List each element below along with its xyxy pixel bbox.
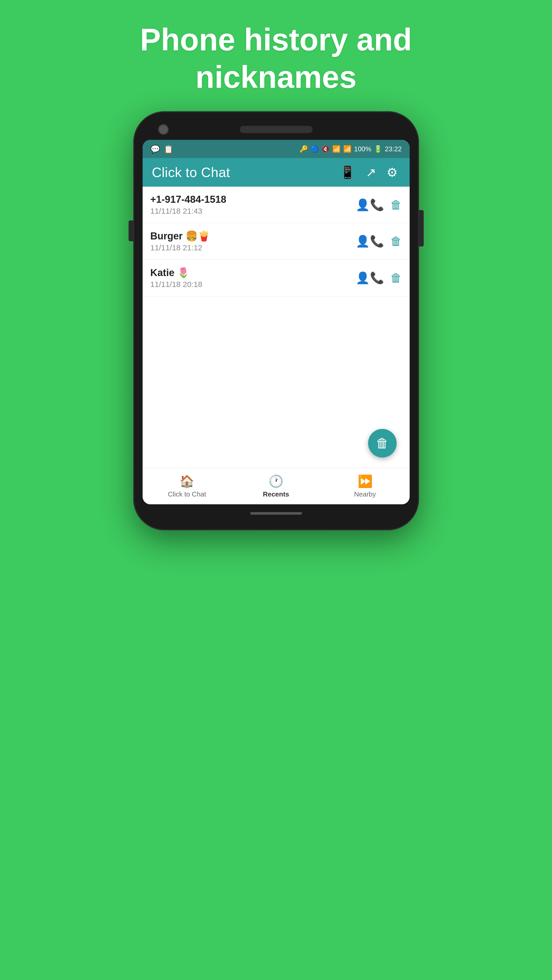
app-bar-title: Click to Chat — [152, 165, 332, 180]
settings-icon[interactable]: ⚙ — [384, 162, 400, 182]
status-key-icon: 🔑 — [300, 145, 308, 153]
nav-recents-icon: 🕐 — [269, 474, 283, 488]
nav-recents-label: Recents — [263, 490, 289, 498]
contact-timestamp: 11/11/18 21:43 — [151, 207, 355, 215]
contact-name: +1-917-484-1518 — [151, 194, 355, 205]
nav-item-recents[interactable]: 🕐 Recents — [232, 468, 320, 504]
bottom-nav: 🏠 Click to Chat 🕐 Recents ⏩ Nearby — [143, 468, 410, 504]
list-item-content: Katie 🌷 11/11/18 20:18 — [151, 267, 355, 289]
nav-item-nearby[interactable]: ⏩ Nearby — [320, 468, 410, 504]
status-signal-icon: 📶 — [343, 145, 351, 153]
status-bluetooth-icon: 🔵 — [311, 145, 319, 153]
fab-delete-button[interactable]: 🗑 — [368, 429, 397, 458]
list-item[interactable]: +1-917-484-1518 11/11/18 21:43 👤📞 🗑 — [143, 187, 410, 223]
status-battery-text: 100% — [354, 145, 371, 153]
fab-delete-icon: 🗑 — [376, 436, 389, 451]
list-item-actions: 👤📞 🗑 — [355, 198, 402, 212]
status-battery-icon: 🔋 — [374, 145, 382, 153]
contact-timestamp: 11/11/18 21:12 — [151, 243, 355, 252]
message-status-icon: 💬 — [151, 145, 160, 154]
status-right-info: 🔑 🔵 🔇 📶 📶 100% 🔋 23:22 — [300, 145, 402, 153]
delete-icon[interactable]: 🗑 — [390, 198, 402, 212]
status-left-icons: 💬 📋 — [151, 145, 173, 154]
phone-link-icon[interactable]: 📱 — [337, 162, 358, 182]
nav-home-icon: 🏠 — [179, 474, 194, 488]
share-icon[interactable]: ↗ — [363, 162, 379, 182]
status-mute-icon: 🔇 — [321, 145, 330, 153]
list-item[interactable]: Katie 🌷 11/11/18 20:18 👤📞 🗑 — [143, 260, 410, 296]
list-item[interactable]: Burger 🍔🍟 11/11/18 21:12 👤📞 🗑 — [143, 223, 410, 260]
camera — [158, 124, 168, 135]
phone-screen: 💬 📋 🔑 🔵 🔇 📶 📶 100% 🔋 23:22 Click to Chat… — [143, 140, 410, 504]
contact-card-icon[interactable]: 👤📞 — [355, 198, 384, 212]
contact-name: Katie 🌷 — [151, 267, 355, 278]
contact-name: Burger 🍔🍟 — [151, 230, 355, 242]
list-item-actions: 👤📞 🗑 — [355, 271, 402, 285]
nav-nearby-icon: ⏩ — [358, 474, 373, 488]
page-title: Phone history and nicknames — [124, 21, 428, 95]
status-wifi-icon: 📶 — [332, 145, 341, 153]
clipboard-status-icon: 📋 — [163, 145, 173, 154]
contact-list: +1-917-484-1518 11/11/18 21:43 👤📞 🗑 Burg… — [143, 187, 410, 296]
contact-card-icon[interactable]: 👤📞 — [355, 271, 384, 285]
list-item-actions: 👤📞 🗑 — [355, 234, 402, 248]
nav-nearby-label: Nearby — [354, 490, 376, 498]
status-bar: 💬 📋 🔑 🔵 🔇 📶 📶 100% 🔋 23:22 — [143, 140, 410, 158]
status-time: 23:22 — [385, 145, 401, 153]
phone-device: 💬 📋 🔑 🔵 🔇 📶 📶 100% 🔋 23:22 Click to Chat… — [133, 111, 419, 530]
app-bar: Click to Chat 📱 ↗ ⚙ — [143, 158, 410, 187]
list-item-content: +1-917-484-1518 11/11/18 21:43 — [151, 194, 355, 215]
delete-icon[interactable]: 🗑 — [390, 271, 402, 285]
nav-item-click-to-chat[interactable]: 🏠 Click to Chat — [143, 468, 232, 504]
home-indicator — [250, 512, 302, 515]
phone-top-bar — [143, 122, 410, 140]
contact-card-icon[interactable]: 👤📞 — [355, 234, 384, 248]
delete-icon[interactable]: 🗑 — [390, 235, 402, 248]
list-item-content: Burger 🍔🍟 11/11/18 21:12 — [151, 230, 355, 252]
contact-timestamp: 11/11/18 20:18 — [151, 280, 355, 289]
list-empty-area: 🗑 — [143, 296, 410, 468]
speaker — [240, 126, 312, 133]
phone-bottom-bar — [143, 512, 410, 515]
nav-click-to-chat-label: Click to Chat — [168, 490, 206, 498]
